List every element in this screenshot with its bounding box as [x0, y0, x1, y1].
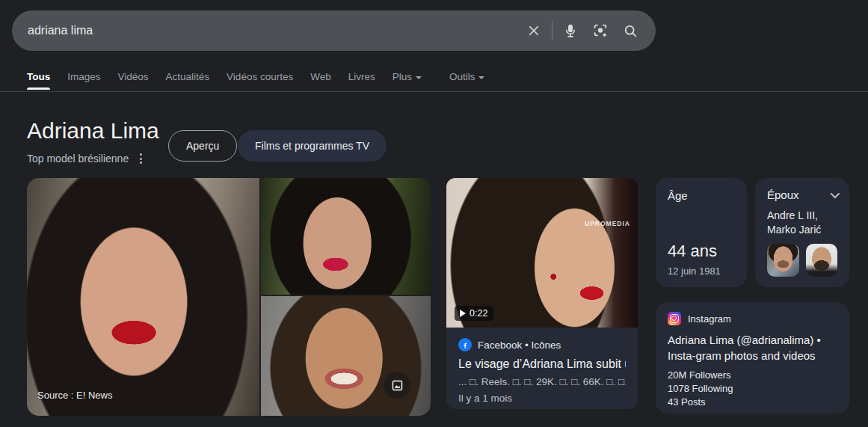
searchbar-divider [552, 21, 552, 40]
birthdate: 12 juin 1981 [668, 265, 735, 277]
facebook-icon [458, 338, 472, 351]
spouse-label: Époux [767, 188, 799, 201]
play-icon [460, 310, 466, 317]
collage-photo-top-right[interactable] [261, 178, 431, 295]
instagram-posts: 43 Posts [668, 396, 837, 409]
video-meta: Facebook • Icônes Le visage d’Adriana Li… [446, 328, 638, 409]
microphone-icon [562, 22, 579, 39]
result-type-tabs: Tous Images Vidéos Actualités Vidéos cou… [27, 71, 502, 90]
search-icon [623, 23, 638, 39]
chevron-down-icon [478, 76, 484, 79]
google-search-results-page: adriana lima [0, 0, 868, 427]
tab-videos-courtes[interactable]: Vidéos courtes [227, 71, 293, 90]
instagram-result-title[interactable]: Adriana Lima (@adrianalima) • Insta-gram… [668, 332, 837, 363]
page-title: Adriana Lima [27, 118, 159, 144]
tab-images[interactable]: Images [67, 71, 100, 90]
age-label: Âge [668, 189, 735, 202]
spouse-names: Andre L III, Marko Jarić [767, 209, 837, 237]
video-age: Il y a 1 mois [458, 393, 626, 404]
instagram-source-label: Instagram [688, 313, 731, 325]
video-source: Facebook • Icônes [478, 340, 561, 351]
image-collage: Source : E! News [27, 178, 431, 416]
google-lens-icon [592, 22, 609, 39]
lens-search-button[interactable] [585, 16, 615, 46]
more-images-button[interactable] [384, 372, 410, 399]
video-duration: 0:22 [470, 308, 487, 319]
tab-web[interactable]: Web [310, 71, 331, 90]
video-duration-badge: 0:22 [455, 306, 493, 321]
age-value: 44 ans [668, 242, 735, 261]
tab-label: Outils [449, 71, 475, 82]
voice-search-button[interactable] [555, 16, 585, 46]
spouse-card[interactable]: Époux Andre L III, Marko Jarić [755, 178, 849, 287]
tab-label: Plus [393, 71, 412, 82]
chip-apercu[interactable]: Aperçu [168, 130, 237, 162]
video-title[interactable]: Le visage d’Adriana Lima subit une… [458, 357, 626, 371]
tab-label: Livres [348, 71, 375, 82]
entity-subtitle-row: Top model brésilienne [27, 151, 144, 166]
chip-label: Aperçu [186, 140, 219, 152]
tab-label: Actualités [166, 71, 210, 82]
video-source-row: Facebook • Icônes [458, 338, 626, 351]
video-snippet: ... □. Reels. □. □. 29K. □. □. 66K. □. □… [458, 376, 626, 387]
video-result-card[interactable]: UPROMEDIA 0:22 Facebook • Icônes Le visa… [446, 178, 638, 409]
tab-videos[interactable]: Vidéos [118, 71, 149, 90]
tab-plus[interactable]: Plus [393, 71, 422, 90]
tab-outils[interactable]: Outils [449, 71, 485, 90]
clear-search-button[interactable] [519, 16, 549, 46]
chip-films-programmes-tv[interactable]: Films et programmes TV [238, 130, 387, 162]
image-icon [391, 379, 404, 392]
tab-label: Web [310, 71, 331, 82]
header-divider [0, 91, 868, 92]
instagram-card[interactable]: Instagram Adriana Lima (@adrianalima) • … [656, 302, 849, 414]
tab-livres[interactable]: Livres [348, 71, 375, 90]
chevron-down-icon[interactable] [831, 189, 840, 199]
search-bar[interactable]: adriana lima [12, 10, 656, 51]
tab-label: Tous [27, 71, 50, 82]
close-icon [527, 24, 541, 37]
instagram-followers: 20M Followers [668, 369, 837, 382]
tab-label: Vidéos courtes [227, 71, 293, 82]
search-input[interactable]: adriana lima [28, 24, 519, 37]
search-submit-button[interactable] [615, 16, 645, 46]
instagram-stats: 20M Followers 1078 Following 43 Posts [668, 369, 837, 409]
collage-photo-main[interactable]: Source : E! News [27, 178, 259, 416]
chevron-down-icon [416, 76, 422, 79]
collage-photo-bottom-right[interactable] [261, 296, 431, 416]
instagram-header: Instagram [668, 312, 837, 325]
tab-label: Images [67, 71, 100, 82]
spouse-header: Époux [767, 188, 837, 201]
tab-label: Vidéos [118, 71, 149, 82]
avatar-marko-jaric[interactable] [806, 244, 838, 277]
more-options-icon[interactable] [138, 151, 144, 166]
spouse-avatars [767, 244, 837, 277]
tab-tous[interactable]: Tous [27, 71, 50, 90]
video-watermark: UPROMEDIA [585, 220, 630, 227]
instagram-icon [668, 312, 681, 325]
instagram-following: 1078 Following [668, 382, 837, 396]
age-card[interactable]: Âge 44 ans 12 juin 1981 [656, 178, 747, 287]
image-source-label: Source : E! News [37, 390, 112, 401]
chip-label: Films et programmes TV [255, 140, 369, 152]
video-thumbnail[interactable]: UPROMEDIA 0:22 [446, 178, 638, 328]
avatar-andre-l-iii[interactable] [767, 244, 799, 277]
entity-subtitle: Top model brésilienne [27, 153, 129, 165]
tab-actualites[interactable]: Actualités [166, 71, 210, 90]
